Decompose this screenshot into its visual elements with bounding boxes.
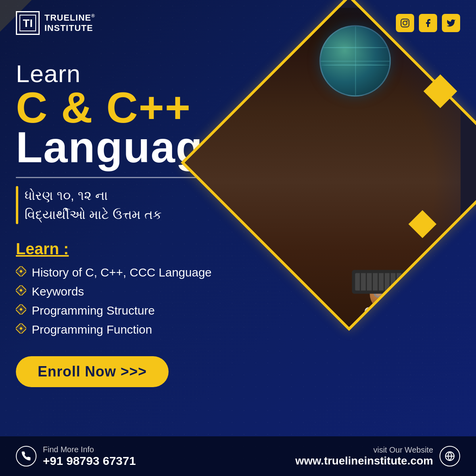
svg-point-3 bbox=[403, 21, 407, 25]
svg-rect-2 bbox=[401, 19, 409, 27]
svg-point-4 bbox=[407, 20, 408, 21]
diamond-bullet-icon bbox=[16, 285, 26, 298]
footer-right: visit Our Website www.truelineinstitute.… bbox=[296, 445, 460, 467]
phone-svg bbox=[21, 451, 31, 461]
list-item-text: Keywords bbox=[32, 285, 84, 298]
footer-contact-info: Find More Info +91 98793 67371 bbox=[43, 445, 136, 468]
page-container: TI TRUELINE® INSTITUTE bbox=[0, 0, 476, 476]
diamond-bullet-icon bbox=[16, 266, 26, 279]
footer-left: Find More Info +91 98793 67371 bbox=[16, 445, 136, 468]
diamond-bullet-icon bbox=[16, 323, 26, 336]
globe-icon bbox=[440, 446, 460, 466]
list-item: Programming Function bbox=[16, 323, 460, 336]
svg-text:TI: TI bbox=[23, 17, 33, 29]
list-item-text: Programming Structure bbox=[32, 304, 155, 317]
gujarati-text: ધોરણ ૧૦, ૧૨ ના વિદ્યાર્થીઓ માટે ઉત્તમ તક bbox=[25, 186, 162, 224]
globe-svg bbox=[445, 451, 455, 461]
logo-svg: TI bbox=[19, 14, 36, 32]
gujarati-line2: વિદ્યાર્થીઓ માટે ઉત્તમ તક bbox=[25, 207, 162, 222]
brand-registered: ® bbox=[91, 13, 95, 18]
enroll-button[interactable]: Enroll Now >>> bbox=[16, 356, 169, 387]
twitter-svg bbox=[446, 18, 456, 28]
visit-label: visit Our Website bbox=[296, 445, 433, 455]
logo: TI TRUELINE® INSTITUTE bbox=[16, 11, 95, 35]
instagram-svg bbox=[400, 18, 410, 28]
facebook-icon[interactable] bbox=[419, 14, 437, 32]
list-item: Keywords bbox=[16, 285, 460, 298]
globe bbox=[319, 25, 391, 96]
logo-text: TRUELINE® INSTITUTE bbox=[44, 13, 95, 34]
list-item: Programming Structure bbox=[16, 304, 460, 317]
phone-icon bbox=[16, 446, 36, 466]
brand-line1: TRUELINE bbox=[44, 13, 91, 23]
logo-icon: TI bbox=[16, 11, 40, 35]
globe-meridian bbox=[355, 26, 356, 95]
find-more-label: Find More Info bbox=[43, 445, 136, 454]
list-item-text: History of C, C++, CCC Language bbox=[32, 266, 212, 279]
gujarati-line1: ધોરણ ૧૦, ૧૨ ના bbox=[25, 188, 108, 203]
instagram-icon[interactable] bbox=[396, 14, 414, 32]
list-item-text: Programming Function bbox=[32, 323, 152, 336]
yellow-bar bbox=[16, 186, 18, 224]
divider bbox=[16, 177, 206, 178]
header: TI TRUELINE® INSTITUTE bbox=[16, 11, 460, 35]
diamond-bullet-icon bbox=[16, 304, 26, 317]
student-image-frame bbox=[230, 44, 468, 282]
footer-website-info: visit Our Website www.truelineinstitute.… bbox=[296, 445, 433, 467]
twitter-icon[interactable] bbox=[442, 14, 460, 32]
phone-number: +91 98793 67371 bbox=[43, 454, 136, 468]
footer: Find More Info +91 98793 67371 visit Our… bbox=[0, 436, 476, 476]
brand-line2: INSTITUTE bbox=[44, 23, 93, 33]
social-icons bbox=[396, 14, 460, 32]
website-url: www.truelineinstitute.com bbox=[296, 455, 433, 467]
facebook-svg bbox=[423, 18, 433, 28]
